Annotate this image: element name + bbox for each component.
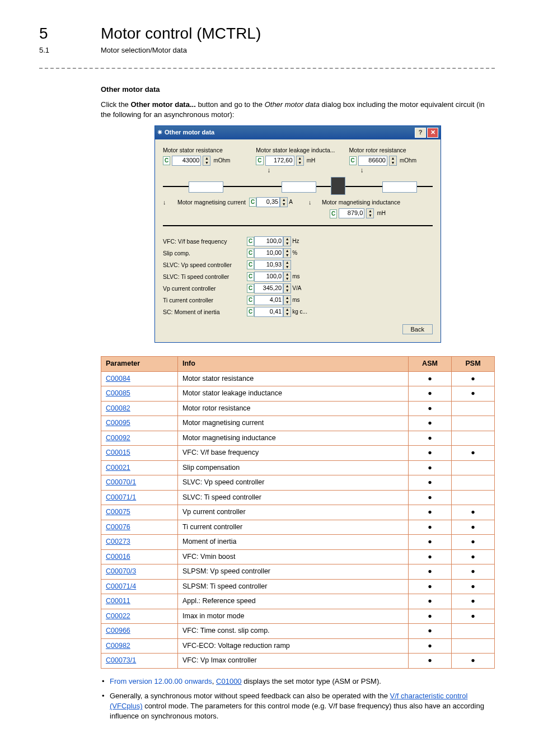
spinner[interactable]: ▲▼ <box>283 248 291 258</box>
spinner[interactable]: ▲▼ <box>283 307 291 317</box>
dialog-name-italic: Other motor data <box>265 100 320 109</box>
psm-dot: ● <box>452 549 495 564</box>
text: control mode. The parameters for this co… <box>110 702 484 720</box>
param-input[interactable]: 0,41 <box>254 307 283 317</box>
c01000-link[interactable]: C01000 <box>216 677 242 685</box>
magnetising-current-input[interactable]: 0,35 <box>256 197 280 207</box>
spinner[interactable]: ▲▼ <box>283 236 291 246</box>
arrow-down-icon: ↓ <box>267 166 339 175</box>
spinner[interactable]: ▲▼ <box>203 156 210 166</box>
param-code-link[interactable]: C00095 <box>106 419 130 427</box>
table-row: C00085Motor stator leakage inductance●● <box>101 386 495 402</box>
spinner[interactable]: ▲▼ <box>283 272 291 282</box>
param-code-link[interactable]: C00082 <box>106 404 130 412</box>
psm-dot <box>452 475 495 491</box>
table-row: C00082Motor rotor resistance● <box>101 401 495 416</box>
param-input[interactable]: 10,93 <box>254 260 283 270</box>
spinner[interactable]: ▲▼ <box>280 197 288 207</box>
param-input[interactable]: 345,20 <box>254 283 283 293</box>
param-code-link[interactable]: C00075 <box>106 508 130 516</box>
param-code-link[interactable]: C00076 <box>106 523 130 531</box>
table-row: C00021Slip compensation● <box>101 460 495 475</box>
spinner[interactable]: ▲▼ <box>366 208 374 218</box>
table-row: C00075Vp current controller●● <box>101 505 495 520</box>
psm-dot: ● <box>452 609 495 624</box>
param-code-link[interactable]: C00084 <box>106 375 130 382</box>
other-motor-data-heading: Other motor data <box>101 85 495 95</box>
param-code-link[interactable]: C00071/4 <box>106 582 136 590</box>
psm-dot: ● <box>452 594 495 609</box>
param-label: Ti current controller <box>163 296 247 305</box>
param-input[interactable]: 100,0 <box>254 272 283 282</box>
param-code-link[interactable]: C00022 <box>106 612 130 620</box>
spinner[interactable]: ▲▼ <box>296 156 304 166</box>
param-info: Ti current controller <box>178 520 409 535</box>
param-code-link[interactable]: C00982 <box>106 642 130 650</box>
leakage-inductance-input[interactable]: 172,60 <box>265 156 294 166</box>
c-icon: C <box>247 272 254 281</box>
help-button[interactable]: ? <box>415 128 426 138</box>
asm-dot: ● <box>409 416 452 431</box>
param-code-link[interactable]: C00021 <box>106 464 130 472</box>
magnetising-current-label: Motor magnetising current <box>177 198 246 207</box>
back-button[interactable]: Back <box>402 324 433 334</box>
unit: A <box>289 198 293 206</box>
psm-dot: ● <box>452 371 495 386</box>
chapter-number: 5 <box>39 22 101 44</box>
close-button[interactable]: ✕ <box>427 128 438 138</box>
param-input[interactable]: 10,00 <box>254 248 283 258</box>
param-input[interactable]: 4,01 <box>254 295 283 305</box>
magnetising-inductance-input[interactable]: 879,0 <box>339 208 364 218</box>
unit: mH <box>377 210 386 216</box>
magnetising-inductance-label: Motor magnetising inductance <box>322 198 400 207</box>
psm-dot <box>452 638 495 654</box>
stator-resistance-input[interactable]: 43000 <box>172 156 201 166</box>
asm-dot: ● <box>409 535 452 550</box>
text: button and go to the <box>196 100 265 109</box>
param-code-link[interactable]: C00966 <box>106 627 130 634</box>
rotor-resistance-input[interactable]: 86600 <box>358 156 387 166</box>
c-icon: C <box>163 156 170 165</box>
spinner[interactable]: ▲▼ <box>389 156 397 166</box>
param-code-link[interactable]: C00015 <box>106 449 130 456</box>
separator <box>39 68 495 69</box>
param-code-link[interactable]: C00073/1 <box>106 656 136 664</box>
param-code-link[interactable]: C00011 <box>106 597 130 605</box>
param-info: SLPSM: Vp speed controller <box>178 564 409 580</box>
param-code-link[interactable]: C00070/1 <box>106 478 136 486</box>
spinner[interactable]: ▲▼ <box>283 260 291 270</box>
table-row: C00070/1SLVC: Vp speed controller● <box>101 475 495 491</box>
dialog-param-row: SLVC: Ti speed controllerC100,0▲▼ms <box>163 272 433 282</box>
param-label: SC: Moment of inertia <box>163 308 247 316</box>
param-code-link[interactable]: C00273 <box>106 538 130 545</box>
param-label: Slip comp. <box>163 249 247 258</box>
spinner[interactable]: ▲▼ <box>283 295 291 305</box>
section-title: Motor selection/Motor data <box>101 45 187 55</box>
param-info: SLVC: Ti speed controller <box>178 490 409 505</box>
param-code-link[interactable]: C00070/3 <box>106 567 136 575</box>
param-info: VFC-ECO: Voltage reduction ramp <box>178 638 409 654</box>
dialog-title: Other motor data <box>165 128 214 137</box>
param-code-link[interactable]: C00071/1 <box>106 493 136 501</box>
param-info: Appl.: Reference speed <box>178 594 409 609</box>
param-info: Motor rotor resistance <box>178 401 409 416</box>
asm-dot: ● <box>409 371 452 386</box>
col-info: Info <box>178 357 409 372</box>
param-code-link[interactable]: C00085 <box>106 389 130 397</box>
param-code-link[interactable]: C00092 <box>106 434 130 442</box>
asm-dot: ● <box>409 505 452 520</box>
asm-dot: ● <box>409 431 452 446</box>
param-code-link[interactable]: C00016 <box>106 553 130 561</box>
c-icon: C <box>330 209 337 218</box>
circuit-wire-bottom <box>163 222 433 228</box>
asm-dot: ● <box>409 549 452 564</box>
spinner[interactable]: ▲▼ <box>283 283 291 293</box>
c-icon: C <box>247 307 254 316</box>
text: Click the <box>101 100 130 109</box>
table-row: C00016VFC: Vmin boost●● <box>101 549 495 564</box>
lightbulb-icon: ✷ <box>157 128 162 137</box>
table-row: C00084Motor stator resistance●● <box>101 371 495 386</box>
psm-dot <box>452 431 495 446</box>
text: displays the set motor type (ASM or PSM)… <box>242 677 381 685</box>
param-input[interactable]: 100,0 <box>254 236 283 246</box>
